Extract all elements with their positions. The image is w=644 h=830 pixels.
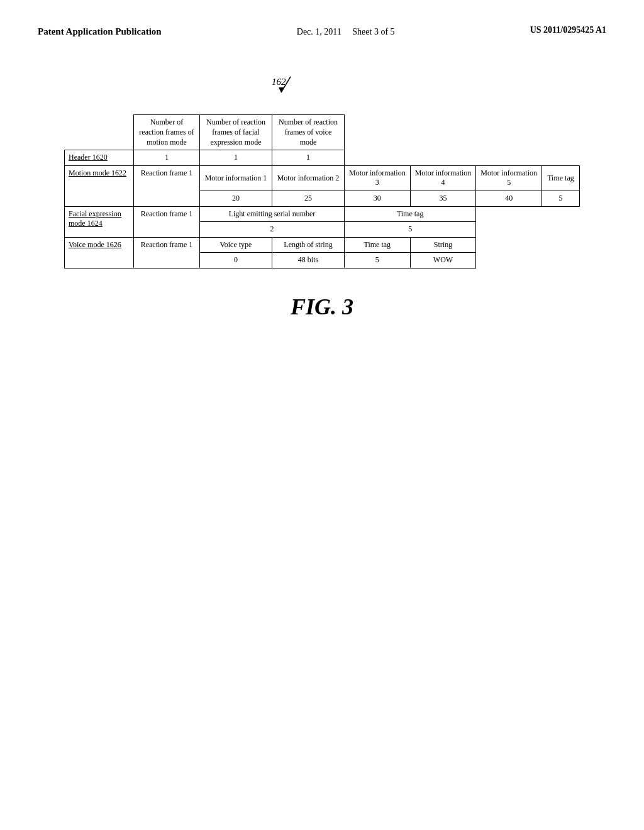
motor1-value: 20 bbox=[200, 191, 272, 206]
facial-spacer3 bbox=[476, 222, 542, 238]
header-motion-value: 1 bbox=[134, 150, 200, 166]
voicetype-value: 0 bbox=[200, 253, 272, 268]
string-value: WOW bbox=[410, 253, 476, 268]
motor3-header: Motor information 3 bbox=[345, 165, 411, 191]
voice-timetag-value: 5 bbox=[345, 253, 411, 268]
voice-timetag-header: Time tag bbox=[345, 237, 411, 253]
header-section-row: Number of reaction frames of motion mode… bbox=[65, 115, 580, 150]
main-content: 162 Number of reaction frames of motion … bbox=[0, 52, 644, 345]
lightemitting-value: 2 bbox=[200, 222, 345, 238]
motor1-header: Motor information 1 bbox=[200, 165, 272, 191]
voice-subheader-row: Voice mode 1626 Reaction frame 1 Voice t… bbox=[65, 237, 580, 253]
voicetype-header: Voice type bbox=[200, 237, 272, 253]
facial-section-label: Facial expression mode 1624 bbox=[65, 206, 134, 237]
motion-subheader-row: Motion mode 1622 Reaction frame 1 Motor … bbox=[65, 165, 580, 191]
header-col3-label: Number of reaction frames of voice mode bbox=[272, 115, 345, 150]
header-label-row: Header 1620 1 1 1 bbox=[65, 150, 580, 166]
lightemitting-header: Light emitting serial number bbox=[200, 206, 345, 222]
string-header: String bbox=[410, 237, 476, 253]
header-spacer bbox=[345, 115, 580, 150]
header-col1-label: Number of reaction frames of motion mode bbox=[134, 115, 200, 150]
motion-timetag-header: Time tag bbox=[541, 165, 579, 191]
voice-spacer2 bbox=[476, 253, 580, 268]
sheet-info: Sheet 3 of 5 bbox=[352, 27, 394, 36]
motor5-header: Motor information 5 bbox=[476, 165, 542, 191]
page-header: Patent Application Publication Dec. 1, 2… bbox=[0, 0, 644, 52]
header-row-spacer bbox=[345, 150, 580, 166]
publication-date: Dec. 1, 2011 bbox=[297, 27, 341, 36]
motion-reaction-label: Reaction frame 1 bbox=[134, 165, 200, 206]
main-data-table: Number of reaction frames of motion mode… bbox=[64, 114, 580, 268]
facial-reaction-label: Reaction frame 1 bbox=[134, 206, 200, 237]
facial-spacer2 bbox=[541, 206, 579, 222]
motion-timetag-value: 5 bbox=[541, 191, 579, 206]
voice-reaction-label: Reaction frame 1 bbox=[134, 237, 200, 268]
figure-label: FIG. 3 bbox=[291, 294, 353, 320]
header-date-sheet: Dec. 1, 2011 Sheet 3 of 5 bbox=[297, 25, 395, 39]
motor4-value: 35 bbox=[410, 191, 476, 206]
motion-section-label: Motion mode 1622 bbox=[65, 165, 134, 206]
facial-spacer1 bbox=[476, 206, 542, 222]
facial-spacer4 bbox=[541, 222, 579, 238]
header-voice-value: 1 bbox=[272, 150, 345, 166]
motor5-value: 40 bbox=[476, 191, 542, 206]
length-header: Length of string bbox=[272, 237, 345, 253]
voice-spacer bbox=[476, 237, 580, 253]
empty-corner bbox=[65, 115, 134, 150]
publication-title: Patent Application Publication bbox=[38, 25, 162, 38]
motor4-header: Motor information 4 bbox=[410, 165, 476, 191]
facial-timetag-header: Time tag bbox=[345, 206, 476, 222]
motor3-value: 30 bbox=[345, 191, 411, 206]
arrow-svg bbox=[278, 74, 316, 99]
arrow-area: 162 bbox=[64, 77, 580, 108]
arrow-label-162: 162 bbox=[272, 77, 286, 87]
patent-number: US 2011/0295425 A1 bbox=[530, 25, 606, 35]
motor2-header: Motor information 2 bbox=[272, 165, 345, 191]
header-facial-value: 1 bbox=[200, 150, 272, 166]
length-value: 48 bits bbox=[272, 253, 345, 268]
header-section-label: Header 1620 bbox=[65, 150, 134, 166]
facial-subheader-row: Facial expression mode 1624 Reaction fra… bbox=[65, 206, 580, 222]
voice-section-label: Voice mode 1626 bbox=[65, 237, 134, 268]
svg-marker-1 bbox=[279, 87, 284, 92]
header-col2-label: Number of reaction frames of facial expr… bbox=[200, 115, 272, 150]
motor2-value: 25 bbox=[272, 191, 345, 206]
facial-timetag-value: 5 bbox=[345, 222, 476, 238]
